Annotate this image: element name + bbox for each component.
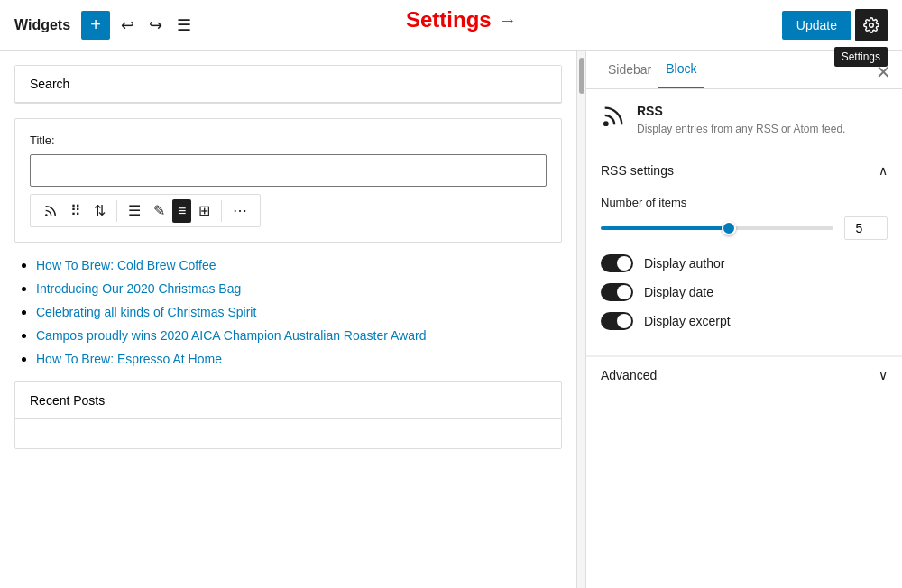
rss-feed-list: How To Brew: Cold Brew Coffee Introducin… bbox=[14, 257, 562, 367]
collapse-icon: ∧ bbox=[879, 163, 888, 178]
list-item: Celebrating all kinds of Christmas Spiri… bbox=[36, 304, 562, 320]
slider-fill bbox=[601, 226, 729, 230]
main-layout: Search Title: ⠿ ⇅ bbox=[0, 51, 902, 588]
rss-icon-large bbox=[601, 104, 626, 129]
toolbar-list-icon[interactable]: ≡ bbox=[172, 199, 191, 223]
update-button[interactable]: Update bbox=[782, 11, 851, 40]
toolbar-pen-icon[interactable]: ✎ bbox=[148, 198, 170, 223]
slider-value-input[interactable] bbox=[844, 216, 888, 240]
right-panel: Sidebar Block ✕ RSS Display entries from… bbox=[586, 51, 902, 588]
display-date-label: Display date bbox=[644, 285, 713, 299]
list-item: How To Brew: Cold Brew Coffee bbox=[36, 257, 562, 273]
settings-annotation: Settings → bbox=[406, 7, 517, 32]
slider-track[interactable] bbox=[601, 226, 833, 230]
toolbar-align-icon[interactable]: ☰ bbox=[123, 198, 146, 223]
block-info: RSS Display entries from any RSS or Atom… bbox=[586, 89, 902, 152]
svg-point-0 bbox=[870, 23, 874, 27]
toggle-knob bbox=[617, 314, 631, 328]
block-text-info: RSS Display entries from any RSS or Atom… bbox=[637, 104, 845, 137]
search-widget: Search bbox=[14, 65, 562, 104]
block-description: Display entries from any RSS or Atom fee… bbox=[637, 122, 845, 137]
title-label: Title: bbox=[30, 133, 547, 147]
annotation-text: Settings bbox=[406, 7, 492, 32]
advanced-header[interactable]: Advanced ∨ bbox=[586, 356, 902, 393]
list-item: Introducing Our 2020 Christmas Bag bbox=[36, 280, 562, 297]
rss-settings-label: RSS settings bbox=[601, 163, 674, 178]
svg-point-2 bbox=[604, 122, 608, 125]
display-date-toggle[interactable] bbox=[601, 283, 633, 301]
feed-link-1[interactable]: How To Brew: Cold Brew Coffee bbox=[36, 258, 216, 272]
display-date-row: Display date bbox=[601, 283, 888, 301]
top-bar-right: Update Settings bbox=[782, 9, 888, 41]
toggle-knob bbox=[617, 285, 631, 299]
rss-settings-body: Number of items Display author bbox=[586, 188, 902, 355]
feed-link-2[interactable]: Introducing Our 2020 Christmas Bag bbox=[36, 281, 241, 296]
toolbar-more-icon[interactable]: ⋯ bbox=[227, 198, 253, 223]
rss-widget: Title: ⠿ ⇅ ☰ ✎ ≡ bbox=[0, 118, 576, 367]
tab-sidebar[interactable]: Sidebar bbox=[601, 51, 658, 88]
rss-block-icon bbox=[601, 104, 626, 134]
settings-tooltip: Settings bbox=[834, 47, 888, 67]
list-item: Campos proudly wins 2020 AICA Champion A… bbox=[36, 327, 562, 344]
add-button[interactable]: + bbox=[81, 11, 110, 40]
number-of-items-row bbox=[601, 216, 888, 240]
slider-thumb[interactable] bbox=[722, 221, 736, 235]
toolbar-icons: ↩ ↪ ☰ bbox=[117, 12, 195, 39]
toolbar-divider bbox=[116, 200, 117, 222]
display-excerpt-row: Display excerpt bbox=[601, 312, 888, 330]
feed-link-3[interactable]: Celebrating all kinds of Christmas Spiri… bbox=[36, 305, 256, 319]
list-item: How To Brew: Espresso At Home bbox=[36, 351, 562, 367]
display-author-row: Display author bbox=[601, 254, 888, 272]
scroll-thumb[interactable] bbox=[579, 58, 584, 94]
page-title: Widgets bbox=[14, 17, 70, 33]
number-of-items-label: Number of items bbox=[601, 196, 888, 209]
rss-icon bbox=[43, 204, 58, 218]
top-bar: Widgets + ↩ ↪ ☰ Settings → Update Settin… bbox=[0, 0, 902, 51]
tab-block[interactable]: Block bbox=[658, 51, 704, 88]
rss-settings-section: RSS settings ∧ Number of items bbox=[586, 152, 902, 356]
title-input[interactable] bbox=[30, 154, 547, 187]
search-widget-header: Search bbox=[15, 66, 561, 103]
left-panel: Search Title: ⠿ ⇅ bbox=[0, 51, 577, 588]
toolbar-move-icon[interactable]: ⇅ bbox=[88, 198, 111, 223]
display-author-label: Display author bbox=[644, 256, 725, 271]
toolbar-grid-icon[interactable]: ⠿ bbox=[65, 198, 87, 223]
toolbar-table-icon[interactable]: ⊞ bbox=[193, 198, 216, 223]
list-view-button[interactable]: ☰ bbox=[173, 12, 195, 39]
recent-posts-widget: Recent Posts bbox=[14, 381, 562, 449]
recent-posts-content bbox=[15, 419, 561, 448]
advanced-label: Advanced bbox=[601, 368, 657, 382]
scroll-area bbox=[577, 51, 586, 588]
settings-button[interactable] bbox=[855, 9, 888, 41]
display-excerpt-toggle[interactable] bbox=[601, 312, 633, 330]
rss-settings-header[interactable]: RSS settings ∧ bbox=[586, 152, 902, 188]
toolbar-divider-2 bbox=[221, 200, 222, 222]
expand-icon: ∨ bbox=[879, 368, 888, 382]
annotation-arrow: → bbox=[499, 10, 517, 31]
block-name: RSS bbox=[637, 104, 845, 118]
undo-button[interactable]: ↩ bbox=[117, 12, 138, 39]
feed-link-4[interactable]: Campos proudly wins 2020 AICA Champion A… bbox=[36, 328, 426, 343]
feed-link-5[interactable]: How To Brew: Espresso At Home bbox=[36, 352, 222, 366]
block-toolbar: ⠿ ⇅ ☰ ✎ ≡ ⊞ ⋯ bbox=[30, 194, 261, 227]
display-excerpt-label: Display excerpt bbox=[644, 314, 731, 328]
redo-button[interactable]: ↪ bbox=[145, 12, 166, 39]
toolbar-rss-icon[interactable] bbox=[38, 200, 63, 222]
gear-icon bbox=[863, 17, 879, 33]
toggle-knob bbox=[617, 256, 631, 271]
advanced-section: Advanced ∨ bbox=[586, 356, 902, 393]
recent-posts-header: Recent Posts bbox=[15, 382, 561, 419]
display-author-toggle[interactable] bbox=[601, 254, 633, 272]
svg-point-1 bbox=[46, 215, 47, 216]
